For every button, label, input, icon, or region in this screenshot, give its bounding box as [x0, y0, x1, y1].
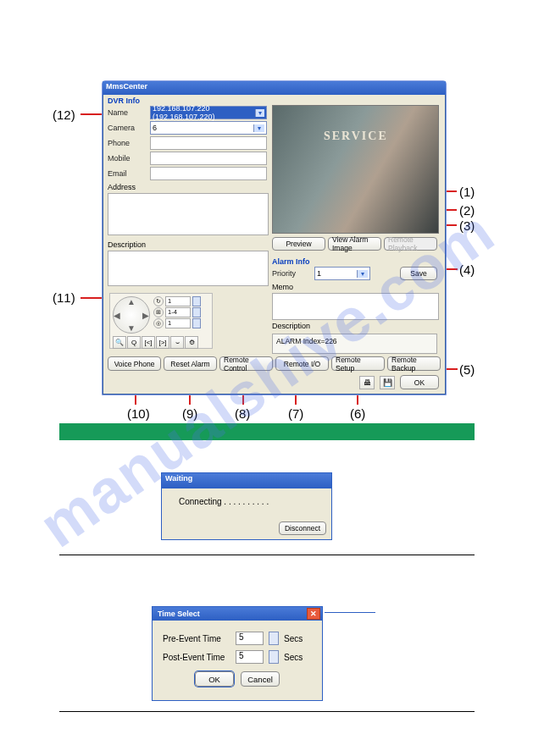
- post-event-value[interactable]: 5: [236, 650, 264, 664]
- camera-label: Camera: [108, 124, 150, 132]
- callout-9: (9): [182, 406, 197, 421]
- window-title: MmsCenter: [103, 81, 446, 95]
- pre-event-label: Pre-Event Time: [163, 634, 230, 643]
- zoom-out-icon[interactable]: Q: [127, 336, 141, 349]
- waiting-title: Waiting: [162, 473, 331, 488]
- iris-close-icon[interactable]: ⚙: [185, 336, 198, 349]
- post-event-stepper[interactable]: [269, 650, 279, 664]
- pre-event-secs: Secs: [284, 634, 303, 643]
- waiting-message: Connecting . . . . . . . . . .: [162, 488, 331, 511]
- zoom-in-icon[interactable]: 🔍: [113, 336, 126, 349]
- chevron-down-icon: ▾: [253, 124, 264, 132]
- grid-icon[interactable]: ⊞: [153, 307, 164, 317]
- refresh-icon[interactable]: ↻: [153, 296, 164, 306]
- voice-phone-button[interactable]: Voice Phone: [108, 356, 161, 371]
- post-event-label: Post-Event Time: [163, 653, 230, 662]
- phone-label: Phone: [108, 139, 150, 147]
- ok-button[interactable]: OK: [400, 375, 439, 389]
- post-event-secs: Secs: [284, 653, 303, 662]
- callout-11: (11): [53, 290, 75, 305]
- camera-select-value: 6: [153, 124, 157, 132]
- time-ok-button[interactable]: OK: [195, 671, 234, 687]
- address-textarea[interactable]: [108, 193, 269, 235]
- priority-select[interactable]: 1 ▾: [314, 267, 370, 280]
- close-icon[interactable]: ✕: [307, 608, 320, 620]
- phone-input[interactable]: [150, 136, 267, 150]
- iris-open-icon[interactable]: ⌣: [170, 336, 184, 349]
- callout-12: (12): [53, 108, 75, 122]
- description-textarea[interactable]: [108, 251, 269, 286]
- waiting-dialog: Waiting Connecting . . . . . . . . . . D…: [161, 472, 332, 540]
- memo-textarea[interactable]: [272, 293, 439, 320]
- arrow-down-icon: ▼: [127, 323, 136, 333]
- focus-near-icon[interactable]: [<]: [142, 336, 155, 349]
- priority-value: 1: [317, 269, 321, 278]
- alarm-info-label: Alarm Info: [272, 256, 437, 266]
- reset-alarm-button[interactable]: Reset Alarm: [164, 356, 217, 371]
- time-select-title: Time Select: [158, 610, 200, 618]
- ptz-dpad[interactable]: ▲ ▼ ◀ ▶: [113, 296, 150, 334]
- alarm-desc-label: Description: [272, 322, 310, 330]
- spinner-3[interactable]: 1: [165, 318, 191, 328]
- spinner-2-stepper[interactable]: [192, 307, 201, 317]
- spinner-1[interactable]: 1: [165, 296, 191, 306]
- spinner-2[interactable]: 1-4: [165, 307, 191, 317]
- chevron-down-icon: ▾: [357, 270, 368, 278]
- memo-label: Memo: [272, 283, 293, 291]
- callout-10: (10): [127, 406, 150, 421]
- callout-8: (8): [235, 406, 250, 421]
- video-preview: SERVICE: [272, 105, 439, 234]
- link-underline: [325, 612, 375, 613]
- callout-7: (7): [288, 406, 303, 421]
- pre-event-stepper[interactable]: [269, 632, 279, 645]
- disconnect-button[interactable]: Disconnect: [279, 521, 326, 535]
- preview-button[interactable]: Preview: [272, 237, 325, 251]
- email-label: Email: [108, 169, 150, 178]
- pre-event-value[interactable]: 5: [236, 632, 264, 645]
- section-divider: [59, 423, 475, 440]
- remote-control-button[interactable]: Remote Control: [219, 356, 273, 371]
- mmscenter-window: MmsCenter DVR Info Name 192.168.107.220 …: [102, 80, 447, 395]
- alarm-desc-value: ALARM Index=226: [272, 334, 437, 354]
- remote-backup-button[interactable]: Remote Backup: [387, 356, 441, 371]
- save-file-icon[interactable]: 💾: [380, 376, 395, 389]
- address-label: Address: [108, 183, 136, 191]
- callout-3: (3): [459, 218, 475, 233]
- save-button[interactable]: Save: [400, 267, 437, 280]
- arrow-right-icon: ▶: [142, 311, 149, 320]
- print-icon[interactable]: 🖶: [359, 376, 375, 389]
- name-select[interactable]: 192.168.107.220 (192.168.107.220) ▾: [150, 106, 267, 119]
- remote-playback-button[interactable]: Remote Playback: [384, 237, 437, 251]
- arrow-up-icon: ▲: [127, 297, 136, 306]
- ptz-control-panel: ▲ ▼ ◀ ▶ ↻ 1 ⊞ 1-4: [109, 293, 213, 349]
- callout-2: (2): [459, 203, 475, 218]
- time-select-dialog: Time Select ✕ Pre-Event Time 5 Secs Post…: [152, 606, 323, 701]
- remote-setup-button[interactable]: Remote Setup: [331, 356, 385, 371]
- description-label: Description: [108, 240, 146, 249]
- chevron-down-icon: ▾: [255, 109, 264, 117]
- priority-label: Priority: [272, 269, 309, 278]
- view-alarm-image-button[interactable]: View Alarm Image: [328, 237, 381, 251]
- time-cancel-button[interactable]: Cancel: [241, 671, 280, 687]
- camera-select[interactable]: 6 ▾: [150, 121, 267, 135]
- name-label: Name: [108, 108, 150, 117]
- mobile-label: Mobile: [108, 154, 150, 163]
- callout-5: (5): [459, 362, 475, 377]
- remote-io-button[interactable]: Remote I/O: [275, 356, 329, 371]
- spinner-3-stepper[interactable]: [192, 318, 201, 328]
- email-input[interactable]: [150, 167, 267, 180]
- target-icon[interactable]: ◎: [153, 318, 164, 328]
- service-sign: SERVICE: [324, 130, 388, 143]
- mobile-input[interactable]: [150, 152, 267, 165]
- arrow-left-icon: ◀: [114, 311, 120, 320]
- name-select-value: 192.168.107.220 (192.168.107.220): [153, 104, 255, 121]
- focus-far-icon[interactable]: [>]: [156, 336, 169, 349]
- callout-1: (1): [459, 185, 475, 199]
- callout-6: (6): [350, 406, 365, 421]
- spinner-1-stepper[interactable]: [192, 296, 201, 306]
- callout-4: (4): [459, 262, 475, 277]
